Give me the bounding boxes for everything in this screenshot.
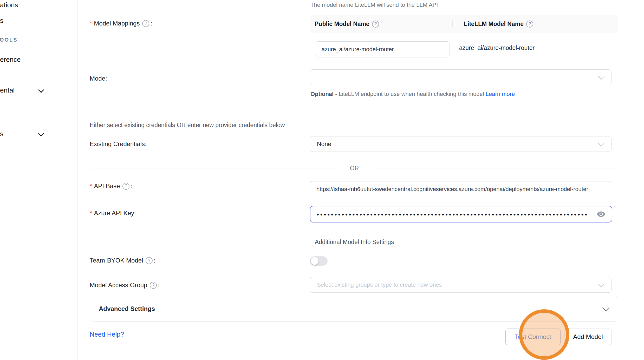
- credentials-note: Either select existing credentials OR en…: [90, 122, 285, 129]
- column-header-public-model-name: Public Model Name ?: [310, 21, 457, 28]
- eye-icon[interactable]: [597, 211, 606, 218]
- table-row: azure_ai/azure-model-router: [310, 33, 618, 66]
- learn-more-link[interactable]: Learn more: [486, 91, 515, 97]
- model-mappings-label: * Model Mappings ? :: [90, 20, 152, 27]
- panel-bottom-border: [77, 359, 622, 359]
- help-icon[interactable]: ?: [150, 282, 157, 289]
- required-mark: *: [90, 182, 92, 190]
- team-byok-toggle[interactable]: [310, 256, 328, 266]
- select-placeholder: Select existing groups or type to create…: [317, 282, 442, 288]
- help-icon[interactable]: ?: [122, 183, 129, 190]
- model-access-group-label: Model Access Group ? :: [90, 282, 160, 289]
- required-mark: *: [90, 210, 92, 217]
- chevron-down-icon: [598, 281, 604, 287]
- azure-api-key-input[interactable]: ••••••••••••••••••••••••••••••••••••••••…: [310, 206, 612, 222]
- api-base-label: * API Base ? :: [90, 182, 132, 190]
- sidebar-section-tools: TOOLS: [0, 37, 18, 43]
- advanced-settings-title: Advanced Settings: [99, 305, 603, 312]
- litellm-model-name-value: azure_ai/azure-model-router: [459, 44, 535, 51]
- mode-select[interactable]: [310, 69, 612, 85]
- table-header: Public Model Name ? LiteLLM Model Name ?: [310, 15, 618, 33]
- public-model-name-input[interactable]: [315, 41, 450, 57]
- chevron-down-icon: [598, 73, 604, 80]
- add-model-button[interactable]: Add Model: [564, 329, 612, 345]
- sidebar-item-inference[interactable]: erence: [0, 56, 21, 64]
- help-icon[interactable]: ?: [526, 21, 533, 28]
- or-divider: OR: [91, 165, 618, 172]
- sidebar-item-experimental[interactable]: ental: [0, 86, 15, 94]
- sidebar-border: [77, 0, 78, 360]
- info-settings-divider: Additional Model Info Settings: [91, 239, 618, 246]
- azure-api-key-label: * Azure API Key:: [90, 210, 136, 217]
- model-access-group-select[interactable]: Select existing groups or type to create…: [310, 277, 612, 293]
- sidebar-item[interactable]: s: [0, 17, 3, 25]
- chevron-down-icon: [38, 131, 44, 137]
- chevron-down-icon: [38, 87, 44, 93]
- existing-credentials-select[interactable]: None: [310, 136, 612, 152]
- add-model-page: ations s TOOLS erence ental s The model …: [0, 0, 644, 360]
- masked-password-value: ••••••••••••••••••••••••••••••••••••••••…: [317, 211, 593, 218]
- existing-credentials-label: Existing Credentials:: [90, 140, 147, 148]
- help-icon[interactable]: ?: [372, 21, 379, 28]
- test-connect-button[interactable]: Test Connect: [505, 329, 561, 345]
- sidebar-item-integrations[interactable]: ations: [0, 1, 18, 9]
- header-divider: [452, 21, 453, 27]
- mode-label: Mode:: [90, 75, 107, 82]
- toggle-knob: [311, 257, 318, 265]
- help-icon[interactable]: ?: [142, 20, 149, 27]
- need-help-link[interactable]: Need Help?: [90, 331, 124, 338]
- required-mark: *: [90, 20, 92, 27]
- chevron-down-icon: [602, 304, 609, 311]
- model-mappings-table: Public Model Name ? LiteLLM Model Name ?…: [310, 15, 618, 66]
- model-name-hint: The model name LiteLLM will send to the …: [310, 2, 438, 8]
- api-base-input[interactable]: [310, 181, 612, 197]
- panel-right-border: [622, 0, 622, 360]
- column-header-litellm-model-name: LiteLLM Model Name ?: [457, 21, 534, 28]
- mode-hint: Optional - LiteLLM endpoint to use when …: [310, 89, 521, 99]
- sidebar-item-settings[interactable]: s: [0, 130, 3, 138]
- advanced-settings-panel[interactable]: Advanced Settings: [91, 296, 618, 322]
- chevron-down-icon: [598, 140, 604, 146]
- help-icon[interactable]: ?: [146, 257, 153, 264]
- team-byok-label: Team-BYOK Model ? :: [90, 257, 155, 264]
- mode-hint-bold: Optional: [310, 91, 334, 97]
